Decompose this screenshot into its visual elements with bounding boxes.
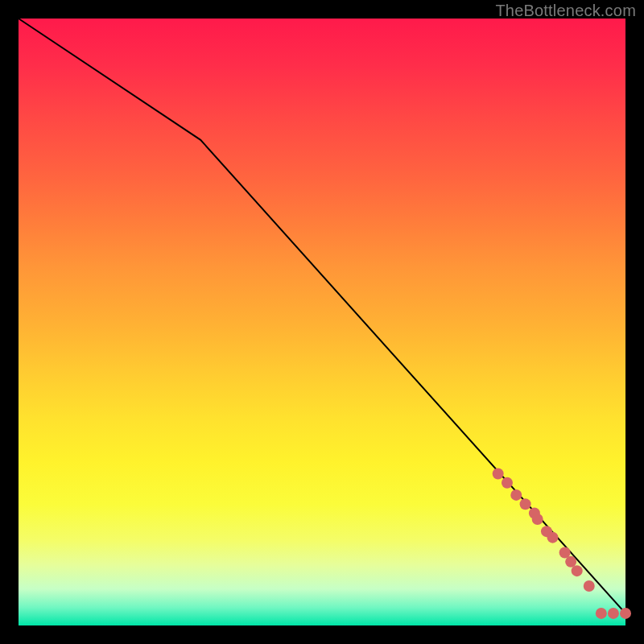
data-point	[493, 469, 504, 480]
data-point	[608, 608, 619, 619]
data-point	[520, 498, 531, 510]
data-point	[510, 489, 522, 501]
data-point	[532, 514, 543, 525]
data-point	[502, 477, 513, 489]
curve-path	[19, 19, 625, 613]
chart-svg	[19, 19, 625, 625]
watermark-text: TheBottleneck.com	[495, 2, 636, 20]
data-point	[620, 608, 631, 619]
line-series	[19, 19, 625, 613]
data-point	[596, 608, 607, 619]
data-point	[584, 580, 595, 592]
data-point	[572, 565, 583, 576]
chart-root: TheBottleneck.com	[0, 0, 644, 644]
data-point	[547, 532, 559, 543]
plot-area	[19, 19, 625, 625]
